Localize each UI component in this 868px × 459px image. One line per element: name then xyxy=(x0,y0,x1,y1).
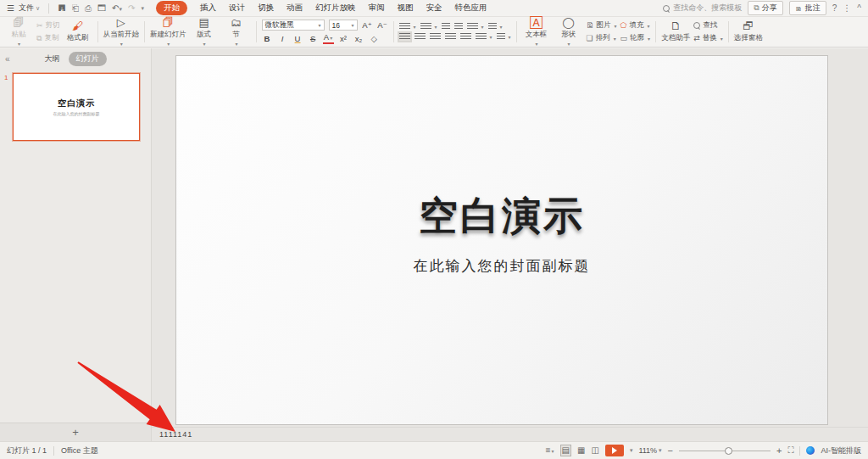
font-size-combobox[interactable]: 16 ▾ xyxy=(329,20,358,31)
tab-animation[interactable]: 动画 xyxy=(287,3,303,14)
collapse-ribbon-button[interactable]: ^ xyxy=(857,3,861,13)
slides-tab[interactable]: 幻灯片 xyxy=(69,52,107,66)
theme-label[interactable]: Office 主题 xyxy=(61,445,98,456)
clear-format-button[interactable]: ◇ xyxy=(369,34,380,43)
undo-icon[interactable]: ↶▾ xyxy=(112,3,122,13)
redo-icon[interactable]: ↷ xyxy=(128,3,135,13)
notes-bar[interactable]: 1111141 xyxy=(152,427,868,441)
normal-view-icon[interactable]: ▤ xyxy=(560,445,571,456)
outline-tab[interactable]: 大纲 xyxy=(45,53,60,64)
slide-sorter-icon[interactable]: ▦ xyxy=(577,445,585,456)
selection-pane-button[interactable]: 🗗 选择窗格 xyxy=(734,20,763,43)
reading-view-icon[interactable]: ◫ xyxy=(591,445,598,456)
print-icon[interactable]: ⎙ xyxy=(85,3,92,14)
align-center-button[interactable] xyxy=(415,33,426,41)
tab-view[interactable]: 视图 xyxy=(397,3,413,14)
align-right-button[interactable] xyxy=(430,33,441,41)
outline-button[interactable]: ▭ 轮廓 xyxy=(620,33,651,43)
play-circle-icon: ▷ xyxy=(117,17,125,29)
slide-canvas[interactable]: 空白演示 在此输入您的封面副标题 xyxy=(175,55,828,425)
new-slide-icon: 🗍 xyxy=(163,17,174,29)
numbered-list-button[interactable] xyxy=(420,23,437,31)
notes-toggle-icon[interactable]: ≡ xyxy=(546,445,554,456)
decrease-font-button[interactable]: A⁻ xyxy=(377,20,388,30)
hamburger-menu-icon[interactable]: ☰ xyxy=(7,3,14,13)
align-left-button[interactable] xyxy=(399,33,410,41)
subscript-button[interactable]: x₂ xyxy=(353,34,364,43)
zoom-level[interactable]: 111% ▾ xyxy=(638,446,661,455)
justify-button[interactable] xyxy=(445,33,456,41)
slide-subtitle-placeholder[interactable]: 在此输入您的封面副标题 xyxy=(414,256,591,276)
paragraph-more-button[interactable] xyxy=(488,23,503,31)
textbox-button[interactable]: 🄰 文本框 xyxy=(522,17,551,47)
arrange-button[interactable]: ❏ 排列 xyxy=(587,33,617,43)
distribute-button[interactable] xyxy=(460,33,471,41)
divider xyxy=(516,21,517,42)
font-name-value: 微软雅黑 xyxy=(265,20,294,31)
tab-slideshow[interactable]: 幻灯片放映 xyxy=(315,3,356,14)
bullet-list-button[interactable] xyxy=(399,23,416,31)
share-button[interactable]: ⧉ 分享 xyxy=(748,1,782,15)
fit-slide-icon[interactable]: ⛶ xyxy=(787,445,793,456)
increase-font-button[interactable]: A⁺ xyxy=(362,20,373,30)
slider-knob[interactable] xyxy=(725,447,732,455)
tab-insert[interactable]: 插入 xyxy=(200,3,216,14)
ai-layout-icon[interactable] xyxy=(806,446,815,455)
export-icon[interactable]: ⎗ xyxy=(72,3,79,14)
italic-button[interactable]: I xyxy=(277,34,288,43)
superscript-button[interactable]: x² xyxy=(338,34,349,43)
fill-button[interactable]: ⬠ 填充 xyxy=(620,20,651,31)
shapes-button[interactable]: ◯ 形状 xyxy=(554,17,583,47)
command-search[interactable]: 查找命令、搜索模板 xyxy=(663,3,742,14)
zoom-in-button[interactable]: + xyxy=(776,445,782,456)
comment-button[interactable]: 🗈 批注 xyxy=(789,1,826,15)
bullet-list-icon xyxy=(399,23,410,31)
slide-thumbnail[interactable]: 空白演示 在此输入您的封面副标题 xyxy=(13,73,140,141)
bold-button[interactable]: B xyxy=(262,34,273,43)
add-slide-button[interactable]: + xyxy=(0,423,151,441)
strikethrough-button[interactable]: S xyxy=(308,34,319,43)
columns-button[interactable] xyxy=(497,33,511,41)
file-menu-button[interactable]: 文件 ∨ xyxy=(19,3,40,14)
cut-button[interactable]: ✂ 剪切 xyxy=(36,20,60,31)
decrease-indent-button[interactable] xyxy=(442,23,450,31)
underline-button[interactable]: U xyxy=(292,34,303,43)
tab-special-apps[interactable]: 特色应用 xyxy=(454,3,487,14)
tab-transition[interactable]: 切换 xyxy=(258,3,274,14)
line-spacing-button[interactable] xyxy=(476,33,492,41)
text-direction-button[interactable] xyxy=(467,23,484,31)
zoom-slider[interactable] xyxy=(679,447,771,455)
print-preview-icon[interactable]: 🗔 xyxy=(97,3,106,13)
paste-button[interactable]: 🗐 粘贴 xyxy=(4,17,33,47)
customize-toolbar-icon[interactable]: ▾ xyxy=(141,5,144,12)
notes-text[interactable]: 1111141 xyxy=(159,430,192,439)
section-button[interactable]: 🗂 节 xyxy=(222,17,251,47)
increase-indent-button[interactable] xyxy=(454,23,463,31)
doc-assistant-button[interactable]: 🗋 文档助手 xyxy=(661,20,690,43)
slideshow-play-button[interactable] xyxy=(605,445,624,456)
copy-button[interactable]: ⧉ 复制 xyxy=(36,33,60,43)
font-color-button[interactable]: A xyxy=(323,33,334,44)
font-name-combobox[interactable]: 微软雅黑 ▾ xyxy=(262,20,325,31)
play-from-current-button[interactable]: ▷ 从当前开始 xyxy=(103,17,140,47)
tab-design[interactable]: 设计 xyxy=(229,3,245,14)
picture-button[interactable]: 🖻 图片 xyxy=(587,20,617,31)
format-painter-button[interactable]: 🖌 格式刷 xyxy=(64,20,92,43)
tab-review[interactable]: 审阅 xyxy=(368,3,384,14)
play-options-icon[interactable]: ▾ xyxy=(630,447,633,454)
more-options-button[interactable]: ⋮ xyxy=(843,3,851,13)
ai-layout-label[interactable]: AI-智能排版 xyxy=(821,445,861,456)
layout-button[interactable]: ▤ 版式 xyxy=(190,17,219,47)
tab-home[interactable]: 开始 xyxy=(156,1,187,15)
find-button[interactable]: 查找 xyxy=(693,20,723,31)
help-button[interactable]: ? xyxy=(832,3,837,13)
paragraph-more-icon xyxy=(488,23,497,31)
save-icon[interactable]: 🖪 xyxy=(58,3,66,13)
slide-title-placeholder[interactable]: 空白演示 xyxy=(419,190,585,243)
replace-button[interactable]: ⇄ 替换 xyxy=(693,33,723,43)
new-slide-button[interactable]: 🗍 新建幻灯片 xyxy=(150,17,186,47)
tab-security[interactable]: 安全 xyxy=(426,3,442,14)
font-group: 微软雅黑 ▾ 16 ▾ A⁺ A⁻ B I U S A x² xyxy=(259,19,391,45)
zoom-out-button[interactable]: − xyxy=(668,445,673,456)
shapes-icon: ◯ xyxy=(562,17,575,29)
